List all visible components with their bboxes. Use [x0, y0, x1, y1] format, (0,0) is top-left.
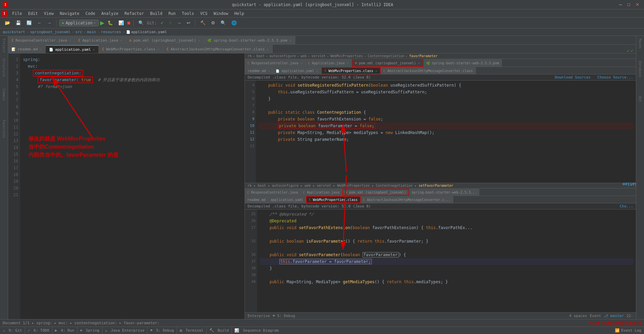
menu-run[interactable]: Run — [166, 10, 179, 17]
bt-webmvc[interactable]: C WebMvcProperties.class — [306, 196, 361, 203]
rt-close-1[interactable]: ✕ — [300, 61, 302, 65]
bt-tab-1[interactable]: C ResponseController.java — [245, 189, 301, 196]
tab-response-controller[interactable]: C ResponseController.java ✕ — [8, 36, 75, 44]
rt-close-readme[interactable]: ✕ — [268, 69, 270, 73]
debug-button[interactable]: 🐛 — [106, 20, 115, 26]
right-tab-readme[interactable]: readme.md ✕ — [245, 67, 273, 74]
menu-tools[interactable]: Tools — [179, 10, 197, 17]
right-tab-pom[interactable]: m pom.xml (springboot_jsonxml) ✕ — [352, 59, 423, 67]
ant-sidebar[interactable]: Ant — [638, 95, 642, 104]
git-status[interactable]: ⚠ 9: Git — [0, 327, 25, 334]
right-tab-2[interactable]: C Application.java ✕ — [305, 59, 352, 67]
find-button[interactable]: 🔍 — [218, 20, 228, 26]
tab-close-webmvc[interactable]: ✕ — [157, 47, 159, 51]
maximize-button[interactable]: □ — [625, 1, 632, 8]
stop-button[interactable]: ■ — [127, 20, 131, 26]
choose-source-2[interactable]: Cho... — [620, 204, 633, 208]
tab-close-readme[interactable]: ✕ — [40, 47, 42, 51]
right-tab-webmvc[interactable]: C WebMvcProperties.class ✕ — [321, 67, 381, 74]
tab-webmvc[interactable]: C WebMvcProperties.class ✕ — [99, 45, 163, 53]
bc-resources[interactable]: resources — [101, 30, 121, 34]
bc-src[interactable]: src — [75, 30, 82, 34]
build-status[interactable]: 🔨 Build — [207, 327, 232, 334]
sidebar-favorites-label[interactable]: Favorites — [2, 118, 6, 139]
rt-close-webmvc[interactable]: ✕ — [375, 69, 377, 73]
menu-build[interactable]: Build — [147, 10, 165, 17]
tab-close-1[interactable]: ✕ — [69, 39, 71, 42]
save-button[interactable]: 💾 — [14, 20, 23, 26]
tab-close-jackson[interactable]: ✕ — [267, 47, 269, 51]
forward-button[interactable]: → — [45, 20, 53, 26]
run-configuration[interactable]: ▶ Application ▾ — [59, 20, 99, 26]
tab-close-3[interactable]: ✕ — [198, 39, 200, 42]
tab-readme[interactable]: 📝 readme.md ✕ — [8, 45, 46, 53]
right-code-content-bottom[interactable]: /** @deprecated */ @Deprecated public vo… — [257, 209, 636, 312]
bt-tab-pom[interactable]: m pom.xml (springboot_jsonxml) — [342, 189, 409, 196]
search-everywhere-button[interactable]: 🔍 — [136, 20, 146, 26]
git-push-button[interactable]: → — [175, 20, 183, 26]
tab-spring-pom[interactable]: 🌿 spring-boot-starter-web-2.5.3.pom ✕ — [204, 36, 295, 44]
spring-status[interactable]: ☘ Spring — [77, 327, 102, 334]
yaml-code-content[interactable]: spring: mvc: contentnegotiation: favor-p… — [20, 53, 245, 319]
minimize-button[interactable]: ─ — [617, 1, 624, 8]
sidebar-project-label[interactable]: Project — [2, 37, 6, 54]
run-status[interactable]: ▶ 4: Run — [52, 327, 77, 334]
menu-help[interactable]: Help — [232, 10, 247, 17]
menu-navigate[interactable]: Navigate — [57, 10, 82, 17]
bt-jackson[interactable]: C AbstractJackson2HttpMessageConverter.c… — [361, 196, 453, 203]
bt-readme[interactable]: readme.md — [245, 196, 268, 203]
menu-view[interactable]: View — [41, 10, 56, 17]
right-tab-yaml[interactable]: 📄 application.yaml ✕ — [273, 67, 321, 74]
debug-status[interactable]: ⚑ 5: Debug — [147, 327, 177, 334]
bc-module[interactable]: springboot_jsonxml — [30, 30, 70, 34]
right-code-content-top[interactable]: public void setUseRegisteredSuffixPatter… — [256, 81, 636, 183]
sidebar-commit-label[interactable]: Commit — [2, 87, 6, 102]
seq-diagram-status[interactable]: 📊 Sequence Diagram — [232, 327, 281, 334]
tab-close-yaml[interactable]: ✕ — [93, 48, 95, 51]
todo-status[interactable]: ✓ 6: TODO — [25, 327, 52, 334]
choose-source-1[interactable]: Download Sources Choose Source... — [555, 75, 633, 80]
rt-close-2[interactable]: ✕ — [347, 61, 349, 65]
settings-button[interactable]: ⚙ — [209, 20, 217, 26]
git-update-button[interactable]: ↑ — [167, 20, 174, 26]
tab-jackson[interactable]: C AbstractJackson2HttpMessageConverter.c… — [163, 45, 272, 53]
sync-button[interactable]: 🔄 — [24, 20, 34, 26]
bt-yaml[interactable]: application.yaml — [268, 196, 306, 203]
tab-close-2[interactable]: ✕ — [120, 39, 122, 42]
run-button[interactable]: ▶ — [100, 20, 104, 26]
tab-yaml[interactable]: 📄 application.yaml ✕ — [46, 45, 99, 53]
bc-quickstart[interactable]: quickstart — [3, 30, 25, 34]
coverage-button[interactable]: 📊 — [116, 20, 126, 26]
rt-close-pom[interactable]: ✕ — [418, 61, 420, 65]
menu-refactor[interactable]: Refactor — [122, 10, 147, 17]
tab-application[interactable]: C Application.java ✕ — [75, 36, 126, 44]
menu-edit[interactable]: Edit — [25, 10, 41, 17]
menu-file[interactable]: File — [9, 10, 25, 17]
java-enterprise-status[interactable]: ☕ Java Enterprise — [102, 327, 148, 334]
tab-pom[interactable]: m pom.xml (springboot_jsonxml) ✕ — [126, 36, 204, 44]
menu-code[interactable]: Code — [83, 10, 98, 17]
right-tab-jackson[interactable]: C AbstractJackson2HttpMessageConverter.c… — [381, 67, 476, 74]
sidebar-structure-label[interactable]: Structure — [2, 57, 6, 78]
open-file-button[interactable]: 📂 — [3, 20, 12, 26]
back-button[interactable]: ← — [35, 20, 44, 26]
menu-analyze[interactable]: Analyze — [98, 10, 121, 17]
git-rollback-button[interactable]: ↩ — [185, 20, 192, 26]
close-button[interactable]: ✕ — [634, 1, 641, 8]
right-tab-1[interactable]: C ResponseController.java ✕ — [245, 59, 305, 67]
maven-sidebar[interactable]: Maven — [638, 37, 642, 50]
bt-tab-2[interactable]: C Application.java — [301, 189, 342, 196]
terminal-status[interactable]: ▤ Terminal — [177, 327, 206, 334]
right-tab-spring[interactable]: 🌿 spring-boot-starter-web-2.5.3.pom — [423, 59, 502, 67]
rt-close-yaml[interactable]: ✕ — [316, 69, 318, 73]
event-log[interactable]: Event Log — [621, 328, 641, 333]
translate-button[interactable]: 🌐 — [229, 20, 239, 26]
bt-tab-spring[interactable]: spring-boot-starter-web-2.5.3... — [409, 189, 480, 196]
build-button[interactable]: 🔨 — [198, 20, 208, 26]
tab-close-4[interactable]: ✕ — [289, 39, 291, 42]
menu-vcs[interactable]: VCS — [198, 10, 210, 17]
git-check-button[interactable]: ✓ — [158, 20, 166, 26]
menu-window[interactable]: Window — [211, 10, 231, 17]
bc-main[interactable]: main — [87, 30, 96, 34]
database-sidebar[interactable]: Database — [638, 60, 642, 79]
